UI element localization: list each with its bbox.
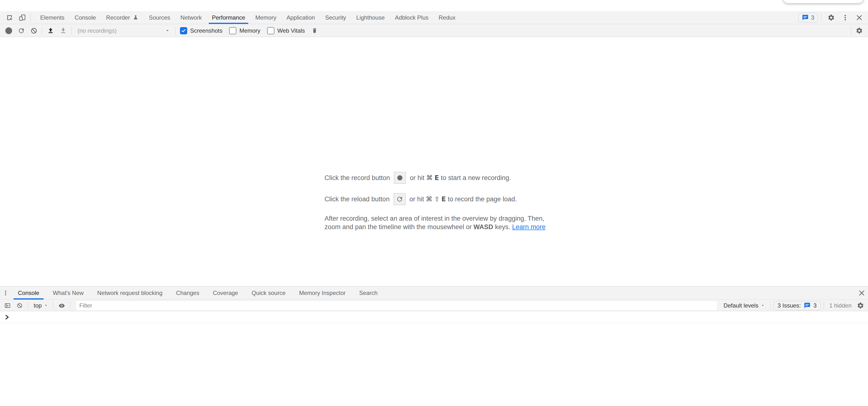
tab-label: Elements <box>40 14 64 21</box>
eye-icon <box>59 302 65 309</box>
close-icon <box>856 14 863 21</box>
tab-label: Network <box>180 14 202 21</box>
tab-application[interactable]: Application <box>281 11 320 24</box>
reload-icon <box>396 196 403 203</box>
drawer-tab-whats-new[interactable]: What's New <box>46 286 90 300</box>
drawer-tab-console[interactable]: Console <box>11 286 46 300</box>
clear-recording-button[interactable] <box>28 25 40 37</box>
tab-label: Sources <box>149 14 170 21</box>
tab-label: Memory Inspector <box>299 290 346 296</box>
garbage-collect-button[interactable] <box>308 25 321 37</box>
divider <box>770 302 771 310</box>
tab-memory[interactable]: Memory <box>250 11 281 24</box>
console-prompt-row[interactable] <box>0 311 868 323</box>
javascript-context-select[interactable]: top <box>31 302 50 309</box>
drawer-tab-network-request-blocking[interactable]: Network request blocking <box>90 286 169 300</box>
tab-label: Application <box>286 14 315 21</box>
learn-more-link[interactable]: Learn more <box>512 223 546 231</box>
console-settings-button[interactable] <box>855 300 866 311</box>
tab-label: What's New <box>53 290 84 296</box>
kebab-menu-icon <box>2 290 9 296</box>
record-button[interactable] <box>2 25 15 37</box>
tab-label: Coverage <box>213 290 238 296</box>
tab-performance[interactable]: Performance <box>207 11 250 24</box>
drawer-tab-search[interactable]: Search <box>352 286 384 300</box>
log-levels-select[interactable]: Default levels <box>720 302 767 309</box>
save-profile-button[interactable] <box>57 25 69 37</box>
wasd-keys-text: WASD <box>473 223 493 231</box>
tab-security[interactable]: Security <box>320 11 351 24</box>
download-arrow-icon <box>60 27 67 34</box>
recordings-select[interactable]: (no recordings) <box>75 26 172 36</box>
close-drawer-button[interactable] <box>856 286 868 300</box>
record-button-preview <box>394 172 406 184</box>
divider <box>28 302 28 310</box>
console-empty-area[interactable] <box>0 323 868 406</box>
checkbox-label: Screenshots <box>190 27 222 34</box>
tab-adblock-plus[interactable]: Adblock Plus <box>390 11 434 24</box>
drawer-more-tabs-button[interactable] <box>0 286 11 300</box>
issues-chat-icon <box>802 14 809 21</box>
landing-instructions: Click the record button or hit ⌘ E to st… <box>324 172 546 231</box>
console-filter-input[interactable] <box>76 301 717 310</box>
web-vitals-checkbox[interactable]: Web Vitals <box>267 27 305 34</box>
tab-lighthouse[interactable]: Lighthouse <box>351 11 390 24</box>
console-sidebar-toggle-button[interactable] <box>2 300 13 311</box>
screenshots-checkbox[interactable]: Screenshots <box>180 27 222 34</box>
inspect-element-button[interactable] <box>3 11 16 24</box>
tab-label: Performance <box>212 14 245 21</box>
chevron-down-icon <box>165 29 169 33</box>
close-icon <box>858 290 865 297</box>
divider <box>70 302 70 310</box>
device-toolbar-button[interactable] <box>16 11 29 24</box>
record-icon <box>5 27 12 34</box>
overview-help-paragraph: After recording, select an area of inter… <box>324 214 546 231</box>
tab-elements[interactable]: Elements <box>35 11 69 24</box>
drawer-tab-quick-source[interactable]: Quick source <box>245 286 292 300</box>
tab-network[interactable]: Network <box>175 11 207 24</box>
issues-counter-button[interactable]: 3 <box>798 13 818 23</box>
checkbox-unchecked-icon <box>267 27 274 34</box>
instruction-text: or hit ⌘ E to start a new recording. <box>410 174 511 182</box>
tab-label: Console <box>74 14 96 21</box>
gear-icon <box>828 14 835 21</box>
drawer-tab-coverage[interactable]: Coverage <box>206 286 245 300</box>
checkbox-label: Web Vitals <box>277 27 305 34</box>
drawer-tab-changes[interactable]: Changes <box>169 286 206 300</box>
reload-icon <box>18 27 25 34</box>
checkbox-checked-icon <box>180 27 187 34</box>
e-key-glyph: E <box>434 174 439 181</box>
check-icon <box>181 28 186 33</box>
tab-recorder[interactable]: Recorder <box>101 11 144 24</box>
close-devtools-button[interactable] <box>853 11 866 24</box>
load-profile-button[interactable] <box>44 25 57 37</box>
tab-console[interactable]: Console <box>69 11 101 24</box>
reload-instruction-row: Click the reload button or hit ⌘ ⇧ E to … <box>324 193 546 205</box>
upload-arrow-icon <box>47 27 54 34</box>
hidden-messages-count: 1 hidden <box>827 302 854 309</box>
capture-settings-button[interactable] <box>853 25 866 37</box>
divider <box>824 302 824 310</box>
record-and-reload-button[interactable] <box>15 25 28 37</box>
live-expression-button[interactable] <box>56 300 67 311</box>
issues-label: 3 Issues: <box>778 302 801 309</box>
tab-label: Search <box>359 290 378 296</box>
drawer-tabbar: Console What's New Network request block… <box>0 286 868 300</box>
context-value: top <box>34 302 42 309</box>
settings-button[interactable] <box>825 11 837 24</box>
device-toolbar-icon <box>19 14 26 21</box>
checkbox-unchecked-icon <box>229 27 237 34</box>
divider <box>851 27 851 35</box>
clear-console-button[interactable] <box>14 300 25 311</box>
record-instruction-row: Click the record button or hit ⌘ E to st… <box>324 172 546 184</box>
issues-chat-icon <box>804 302 811 309</box>
capture-options: Screenshots Memory Web Vitals <box>180 27 305 34</box>
issues-summary-button[interactable]: 3 Issues: 3 <box>774 301 821 310</box>
instruction-text: or hit ⌘ ⇧ E to record the page load. <box>409 195 517 203</box>
more-options-button[interactable] <box>839 11 851 24</box>
e-key-glyph: E <box>441 195 446 203</box>
tab-redux[interactable]: Redux <box>434 11 460 24</box>
memory-checkbox[interactable]: Memory <box>229 27 260 34</box>
drawer-tab-memory-inspector[interactable]: Memory Inspector <box>292 286 352 300</box>
tab-sources[interactable]: Sources <box>144 11 175 24</box>
